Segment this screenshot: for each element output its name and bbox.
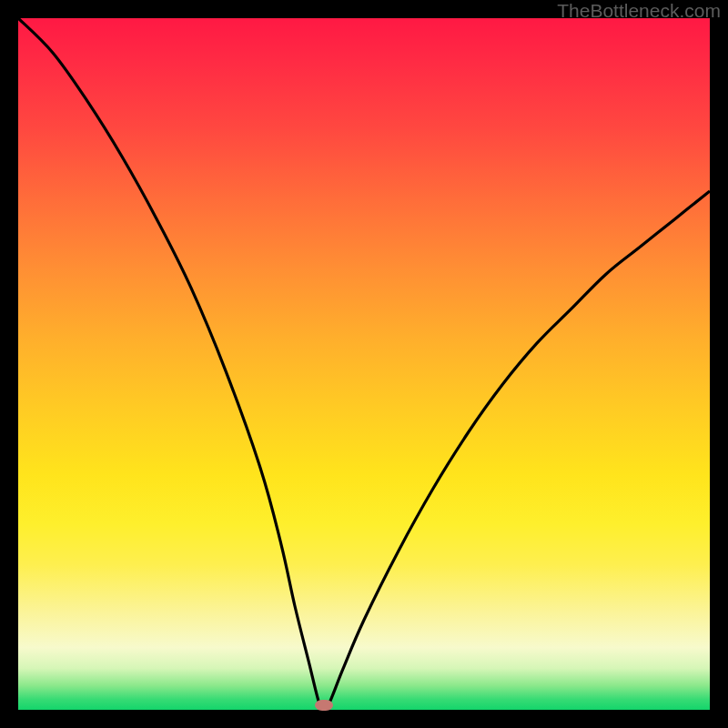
watermark-text: TheBottleneck.com [557,0,721,22]
plot-area [18,18,710,710]
curve-path [18,18,710,710]
bottleneck-curve [18,18,710,710]
optimal-marker [315,700,333,711]
chart-frame: TheBottleneck.com [0,0,728,728]
